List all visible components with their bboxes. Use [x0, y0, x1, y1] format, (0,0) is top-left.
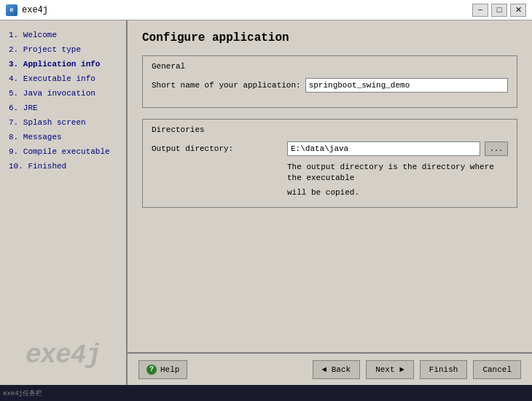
sidebar-item-splash-screen[interactable]: 7. Splash screen — [0, 115, 126, 130]
sidebar-item-welcome[interactable]: 1. Welcome — [0, 28, 126, 42]
sidebar-item-project-type[interactable]: 2. Project type — [0, 42, 126, 57]
help-icon: ? — [146, 365, 157, 375]
window-title: exe4j — [22, 5, 48, 15]
sidebar-item-executable-info[interactable]: 4. Executable info — [0, 71, 126, 86]
output-dir-input[interactable] — [287, 141, 480, 156]
taskbar-text: exe4j任务栏 — [3, 389, 42, 398]
short-name-label: Short name of your application: — [152, 81, 301, 90]
general-group: General Short name of your application: — [142, 55, 517, 108]
browse-button[interactable]: ... — [485, 141, 508, 156]
title-bar-controls: − □ ✕ — [472, 4, 526, 17]
page-title: Configure application — [142, 31, 517, 44]
title-bar-left: e exe4j — [6, 4, 48, 16]
content-area: Configure application General Short name… — [128, 20, 532, 385]
minimize-button[interactable]: − — [472, 4, 488, 17]
bottom-left: ? Help — [138, 360, 307, 379]
output-dir-row: Output directory: ... — [152, 141, 508, 156]
sidebar-item-application-info[interactable]: 3. Application info — [0, 57, 126, 71]
directories-group: Directories Output directory: ... The ou… — [142, 119, 517, 208]
cancel-button[interactable]: Cancel — [473, 360, 521, 379]
general-legend: General — [152, 62, 508, 71]
sidebar-item-compile-executable[interactable]: 9. Compile executable — [0, 144, 126, 159]
maximize-button[interactable]: □ — [491, 4, 507, 17]
finish-button[interactable]: Finish — [420, 360, 468, 379]
sidebar-item-messages[interactable]: 8. Messages — [0, 130, 126, 144]
close-button[interactable]: ✕ — [510, 4, 526, 17]
help-button[interactable]: ? Help — [138, 360, 187, 379]
short-name-row: Short name of your application: — [152, 78, 508, 93]
taskbar: exe4j任务栏 — [0, 385, 532, 401]
next-button[interactable]: Next ► — [366, 360, 414, 379]
content-panel: Configure application General Short name… — [128, 20, 532, 352]
sidebar-item-jre[interactable]: 6. JRE — [0, 101, 126, 115]
sidebar-item-finished[interactable]: 10. Finished — [0, 159, 126, 174]
back-button[interactable]: ◄ Back — [313, 360, 361, 379]
app-icon: e — [6, 4, 17, 16]
sidebar-watermark: exe4j — [26, 340, 101, 370]
hint-line2: will be copied. — [287, 187, 508, 198]
main-container: 1. Welcome 2. Project type 3. Applicatio… — [0, 20, 532, 385]
output-dir-label: Output directory: — [152, 144, 283, 153]
sidebar: 1. Welcome 2. Project type 3. Applicatio… — [0, 20, 128, 385]
short-name-input[interactable] — [305, 78, 508, 93]
directories-legend: Directories — [152, 125, 508, 134]
help-label: Help — [160, 365, 179, 374]
hint-line1: The output directory is the directory wh… — [287, 162, 508, 184]
title-bar: e exe4j − □ ✕ — [0, 0, 532, 20]
sidebar-item-java-invocation[interactable]: 5. Java invocation — [0, 86, 126, 101]
bottom-right: ◄ Back Next ► Finish Cancel — [313, 360, 521, 379]
bottom-bar: ? Help ◄ Back Next ► Finish Cancel — [128, 352, 532, 385]
